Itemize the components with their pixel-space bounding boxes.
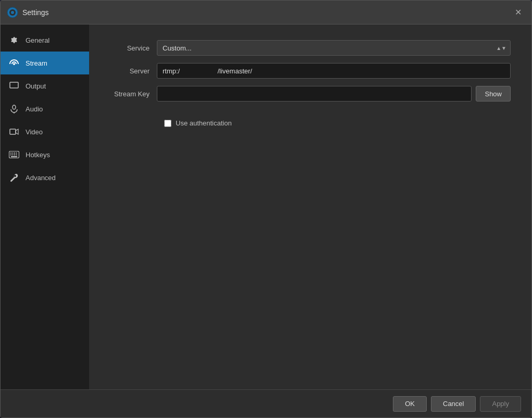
ok-button[interactable]: OK [393,396,427,412]
sidebar-item-general[interactable]: General [1,29,89,52]
svg-rect-11 [14,153,15,154]
apply-button[interactable]: Apply [480,396,521,412]
server-input[interactable] [157,63,511,79]
sidebar-item-output[interactable]: Output [1,74,89,97]
stream-icon [9,58,19,68]
audio-icon [9,104,19,114]
cancel-button[interactable]: Cancel [431,396,476,412]
sidebar-item-advanced-label: Advanced [26,174,56,182]
svg-rect-10 [13,153,14,154]
sidebar-item-stream[interactable]: Stream [1,52,89,74]
sidebar-item-hotkeys[interactable]: Hotkeys [1,143,89,166]
svg-point-5 [13,105,16,109]
service-label: Service [110,44,157,52]
use-auth-checkbox[interactable] [164,120,171,127]
svg-rect-4 [10,82,18,88]
main-content: Service Custom... ▲▼ Server Stream Key [89,24,531,389]
gear-icon [9,35,19,45]
service-select-wrapper: Custom... ▲▼ [157,40,511,56]
svg-rect-7 [10,129,16,134]
server-group: Server [110,63,511,79]
svg-rect-15 [14,155,15,156]
sidebar-item-audio-label: Audio [26,105,43,113]
service-select[interactable]: Custom... [157,40,511,56]
window-title: Settings [22,8,511,17]
sidebar-item-general-label: General [26,36,50,44]
wrench-icon [9,172,19,183]
svg-rect-16 [16,155,17,156]
monitor-icon [9,81,19,91]
close-button[interactable]: ✕ [511,5,525,20]
service-group: Service Custom... ▲▼ [110,40,511,56]
video-icon [9,126,19,137]
obs-icon [7,7,18,18]
use-auth-label[interactable]: Use authentication [176,119,232,127]
auth-row: Use authentication [164,119,511,127]
stream-key-input[interactable] [157,86,472,102]
svg-point-2 [11,11,14,14]
svg-rect-14 [13,155,14,156]
svg-rect-13 [10,155,11,156]
show-button[interactable]: Show [476,86,511,102]
sidebar-item-hotkeys-label: Hotkeys [26,151,50,159]
sidebar-item-video-label: Video [26,128,43,136]
svg-rect-9 [10,153,11,154]
sidebar-item-video[interactable]: Video [1,120,89,143]
settings-window: Settings ✕ General [0,0,532,418]
stream-key-wrapper: Show [157,86,511,102]
content-area: General Stream [1,24,531,389]
sidebar-item-audio[interactable]: Audio [1,97,89,120]
sidebar-item-output-label: Output [26,82,46,90]
sidebar-item-advanced[interactable]: Advanced [1,166,89,189]
server-label: Server [110,67,157,75]
titlebar: Settings ✕ [1,1,531,24]
keyboard-icon [9,149,19,160]
stream-key-group: Stream Key Show [110,86,511,102]
sidebar: General Stream [1,24,89,389]
sidebar-item-stream-label: Stream [26,59,47,67]
footer: OK Cancel Apply [1,389,531,417]
stream-key-label: Stream Key [110,90,157,98]
svg-rect-12 [16,153,17,154]
svg-point-3 [13,63,15,65]
svg-rect-17 [11,156,17,157]
